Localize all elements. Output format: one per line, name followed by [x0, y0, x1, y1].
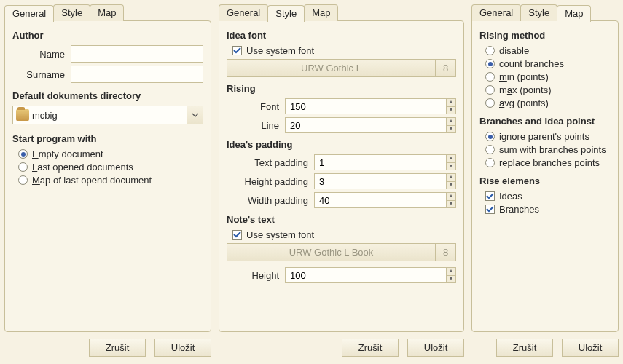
button-row: Zrušit Uložit [471, 339, 619, 357]
h-pad-spinner[interactable]: ▲▼ [314, 173, 456, 189]
tab-style[interactable]: Style [520, 4, 557, 21]
map-content: Rising method disable count branches min… [471, 20, 619, 332]
radio-icon [485, 59, 495, 68]
surname-label: Surname [12, 69, 71, 80]
text-pad-input[interactable] [314, 154, 446, 170]
note-font-name: URW Gothic L Book [227, 244, 435, 261]
save-button[interactable]: Uložit [154, 339, 211, 357]
opt-ignore[interactable]: ignore parent's points [485, 131, 611, 142]
cancel-button[interactable]: Zrušit [89, 339, 146, 357]
save-button[interactable]: Uložit [407, 339, 464, 357]
font-size: 8 [435, 60, 455, 76]
checkbox-icon [485, 191, 495, 201]
spinner-up-icon[interactable]: ▲ [446, 173, 456, 181]
checkbox-icon [485, 205, 495, 214]
opt-empty[interactable]: Empty document [18, 149, 203, 159]
opt-count[interactable]: count branches [485, 58, 611, 69]
rising-line-spinner[interactable]: ▲▼ [285, 117, 456, 133]
radio-icon [18, 149, 28, 159]
h-pad-input[interactable] [314, 173, 446, 189]
tab-map[interactable]: Map [90, 4, 124, 21]
note-height-input[interactable] [285, 267, 446, 283]
rising-font-label: Font [227, 101, 285, 112]
button-row: Zrušit Uložit [219, 339, 464, 357]
spinner-up-icon[interactable]: ▲ [446, 117, 456, 125]
tab-map[interactable]: Map [557, 5, 591, 22]
opt-sum[interactable]: sum with branches points [485, 144, 611, 155]
dir-combo[interactable]: mcbig [12, 106, 203, 124]
checkbox-icon [232, 230, 242, 240]
note-height-spinner[interactable]: ▲▼ [285, 267, 456, 283]
tabs: General Style Map [471, 4, 619, 21]
rising-font-spinner[interactable]: ▲▼ [285, 98, 456, 114]
w-pad-spinner[interactable]: ▲▼ [314, 192, 456, 208]
spinner-down-icon[interactable]: ▼ [446, 106, 456, 114]
spinner-down-icon[interactable]: ▼ [446, 275, 456, 283]
spinner-up-icon[interactable]: ▲ [446, 154, 456, 162]
text-pad-spinner[interactable]: ▲▼ [314, 154, 456, 170]
note-title: Note's text [227, 214, 456, 225]
check-branches[interactable]: Branches [485, 204, 611, 215]
note-use-system-check[interactable]: Use system font [232, 229, 456, 240]
padding-title: Idea's padding [227, 139, 456, 150]
spinner-down-icon[interactable]: ▼ [446, 125, 456, 133]
checkbox-icon [232, 46, 242, 55]
tab-map[interactable]: Map [304, 4, 338, 21]
button-row: Zrušit Uložit [4, 339, 211, 357]
w-pad-label: Width padding [227, 195, 314, 206]
spinner-down-icon[interactable]: ▼ [446, 200, 456, 208]
font-name: URW Gothic L [227, 60, 435, 76]
radio-icon [485, 145, 495, 154]
spinner-up-icon[interactable]: ▲ [446, 192, 456, 200]
radio-icon [485, 46, 495, 55]
panel-general: General Style Map Author Name Surname De… [4, 4, 211, 360]
tab-style[interactable]: Style [267, 5, 305, 22]
check-ideas[interactable]: Ideas [485, 191, 611, 202]
spinner-up-icon[interactable]: ▲ [446, 98, 456, 106]
text-pad-label: Text padding [227, 157, 314, 168]
note-font-size: 8 [435, 244, 455, 261]
opt-avg[interactable]: avg (points) [485, 98, 611, 108]
use-system-font-check[interactable]: Use system font [232, 45, 456, 56]
tab-general[interactable]: General [4, 5, 54, 22]
name-label: Name [12, 49, 71, 60]
rising-font-input[interactable] [285, 98, 446, 114]
note-height-label: Height [227, 270, 285, 281]
w-pad-input[interactable] [314, 192, 446, 208]
tabs: General Style Map [219, 4, 464, 21]
opt-replace[interactable]: replace branches points [485, 157, 611, 168]
name-input[interactable] [71, 45, 203, 63]
idea-font-button[interactable]: URW Gothic L 8 [227, 59, 456, 77]
panel-style: General Style Map Idea font Use system f… [219, 4, 464, 360]
surname-input[interactable] [71, 66, 203, 83]
tab-general[interactable]: General [471, 4, 521, 21]
rising-method-title: Rising method [479, 30, 611, 41]
tabs: General Style Map [4, 4, 211, 21]
tab-general[interactable]: General [219, 4, 268, 21]
start-title: Start program with [12, 133, 203, 144]
spinner-down-icon[interactable]: ▼ [446, 181, 456, 189]
radio-icon [485, 132, 495, 141]
opt-min[interactable]: min (points) [485, 71, 611, 82]
tab-style[interactable]: Style [53, 4, 90, 21]
spinner-down-icon[interactable]: ▼ [446, 162, 456, 170]
rising-line-input[interactable] [285, 117, 446, 133]
cancel-button[interactable]: Zrušit [342, 339, 399, 357]
opt-map[interactable]: Map of last opend document [18, 175, 203, 186]
chevron-down-icon[interactable] [187, 106, 203, 124]
opt-last[interactable]: Last opened documents [18, 162, 203, 173]
save-button[interactable]: Uložit [562, 339, 619, 357]
note-font-button[interactable]: URW Gothic L Book 8 [227, 243, 456, 261]
branches-title: Branches and Idea poinst [479, 116, 611, 127]
idea-font-title: Idea font [227, 30, 456, 41]
radio-icon [485, 158, 495, 167]
general-content: Author Name Surname Default dokuments di… [4, 20, 211, 332]
dir-title: Default dokuments directory [12, 90, 203, 101]
spinner-up-icon[interactable]: ▲ [446, 267, 456, 275]
author-title: Author [12, 30, 203, 41]
opt-max[interactable]: max (points) [485, 84, 611, 95]
radio-icon [485, 98, 495, 108]
opt-disable[interactable]: disable [485, 45, 611, 56]
cancel-button[interactable]: Zrušit [496, 339, 553, 357]
dir-value: mcbig [32, 110, 187, 121]
